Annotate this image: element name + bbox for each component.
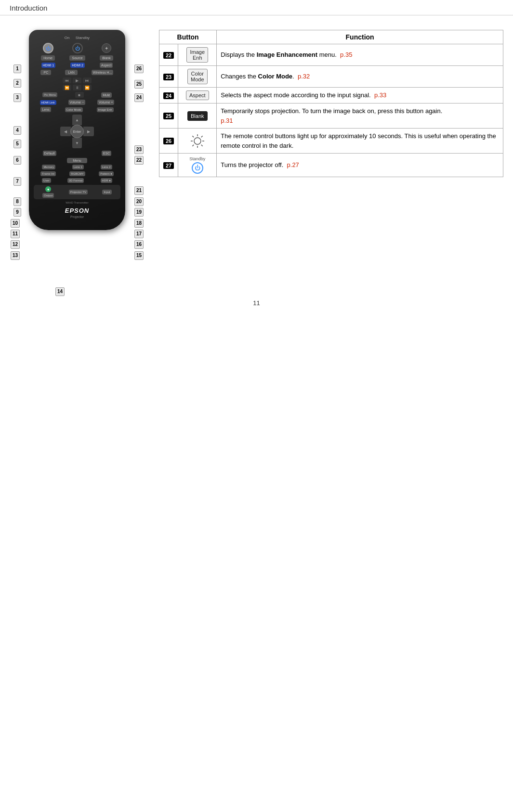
ffwd-btn[interactable]: ⏭ xyxy=(83,77,92,83)
pattern-button[interactable]: Pattern ● xyxy=(99,171,114,176)
rew-btn[interactable]: ⏪ xyxy=(63,85,71,90)
link-23[interactable]: p.32 xyxy=(298,73,310,80)
dpad: ▲ ▼ ◀ ▶ Enter xyxy=(60,115,94,148)
hdmi1-button[interactable]: HDMI 1 xyxy=(41,63,56,68)
output-button[interactable]: Output xyxy=(42,193,54,198)
blank-button[interactable]: Blank xyxy=(100,55,113,61)
badge-1: 1 xyxy=(13,64,21,73)
desc-22: Displays the Image Enhancement menu. p.3… xyxy=(217,44,503,66)
wireless-button[interactable]: Wireless H... xyxy=(92,70,114,75)
aspect-button[interactable]: Aspect xyxy=(100,63,113,68)
badge-22: 22 xyxy=(134,156,144,165)
memory-row: Memory Lens 1 Lens 2 xyxy=(34,165,120,169)
table-row: 25 Blank Temporarily stops projection. T… xyxy=(159,103,503,129)
light-svg xyxy=(190,134,205,148)
lens2-button[interactable]: Lens 2 xyxy=(101,165,112,169)
3dformat-button[interactable]: 3D Format xyxy=(67,178,84,183)
col-function: Function xyxy=(217,30,503,44)
badge-23: 23 xyxy=(134,145,144,154)
badge-19: 19 xyxy=(134,208,144,217)
badge-14: 14 xyxy=(55,287,65,296)
hdmi-row: HDMI 1 HDMI 2 Aspect xyxy=(34,63,120,68)
light-button[interactable]: ✦ xyxy=(102,43,111,53)
row-num-27: 27 xyxy=(159,154,178,177)
dpad-left[interactable]: ◀ xyxy=(60,127,71,136)
colormode-button[interactable]: Color Mode xyxy=(65,107,83,112)
table-row: 24 Aspect Selects the aspect mode accord… xyxy=(159,88,503,103)
row-num-26: 26 xyxy=(159,129,178,154)
enter-button[interactable]: Enter xyxy=(70,125,84,138)
menu-button[interactable]: Menu xyxy=(67,158,87,163)
page-title: Introduction xyxy=(10,4,47,12)
picmenu-button[interactable]: Pic Menu xyxy=(42,92,57,97)
svg-line-8 xyxy=(192,144,194,146)
transport-row: ⏮ ▶ ⏭ xyxy=(34,77,120,83)
standby-button[interactable]: ⏻ xyxy=(72,43,83,53)
badge-25: 25 xyxy=(134,80,144,89)
light-icon xyxy=(182,134,212,148)
frameint-button[interactable]: Frame Int xyxy=(40,171,56,176)
pc-row: PC LAN Wireless H... xyxy=(34,70,120,75)
dpad-right[interactable]: ▶ xyxy=(83,127,94,136)
btn-cell-24: Aspect xyxy=(178,88,217,103)
home-row: Home Source Blank xyxy=(34,55,120,61)
hdmilink-button[interactable]: HDMI Link xyxy=(40,100,56,105)
pause-btn[interactable]: ⏸ xyxy=(73,85,81,90)
source-button[interactable]: Source xyxy=(69,55,85,61)
function-table: Button Function 22 ImageEnh Displays the… xyxy=(159,30,503,177)
user-row: User 3D Format HDR ● xyxy=(34,178,120,183)
btn-cell-27: Standby ⏻ xyxy=(178,154,217,177)
svg-point-0 xyxy=(194,138,201,144)
btn-cell-25: Blank xyxy=(178,103,217,129)
lens1-button[interactable]: Lens 1 xyxy=(72,165,84,169)
hdr-button[interactable]: HDR ● xyxy=(101,178,112,183)
default-button[interactable]: Default xyxy=(43,151,56,156)
btn-cell-26 xyxy=(178,129,217,154)
desc-23: Changes the Color Mode. p.32 xyxy=(217,66,503,88)
badge-15: 15 xyxy=(134,251,144,260)
input-button[interactable]: Input xyxy=(102,190,111,194)
link-24[interactable]: p.33 xyxy=(374,91,386,99)
lens-row: Lens Color Mode Image Enh xyxy=(34,107,120,112)
rgbcmy-button[interactable]: RGBCMY xyxy=(69,171,85,176)
vol-down-button[interactable]: Volume − xyxy=(68,100,85,105)
on-button[interactable]: ⏻ xyxy=(43,43,53,53)
link-22[interactable]: p.35 xyxy=(340,51,352,58)
lan-button[interactable]: LAN xyxy=(65,70,78,75)
esc-button[interactable]: ESC xyxy=(102,151,111,156)
memory-button[interactable]: Memory xyxy=(42,165,55,169)
vol-up-button[interactable]: Volume + xyxy=(97,100,114,105)
badge-9: 9 xyxy=(13,208,21,217)
lens-button[interactable]: Lens xyxy=(40,107,51,112)
mute-button[interactable]: Mute xyxy=(101,92,112,98)
remote-body: On Standby ⏻ ⏻ ✦ Home Source Blank xyxy=(29,30,125,230)
home-button[interactable]: Home xyxy=(41,55,55,61)
standby-power-icon: ⏻ xyxy=(192,162,203,174)
pc-button[interactable]: PC xyxy=(40,70,51,75)
fwd-btn[interactable]: ⏩ xyxy=(83,85,92,90)
row-num-23: 23 xyxy=(159,66,178,88)
imageenh-button[interactable]: Image Enh xyxy=(97,107,114,112)
user-button[interactable]: User xyxy=(42,178,51,183)
col-button: Button xyxy=(159,30,217,44)
dpad-up[interactable]: ▲ xyxy=(72,115,82,125)
page-number: 11 xyxy=(0,299,513,316)
play-btn[interactable]: ▶ xyxy=(73,77,81,83)
page-header: Introduction xyxy=(0,0,513,15)
badge-12: 12 xyxy=(11,240,20,249)
desc-25: Temporarily stops projection. To turn th… xyxy=(217,103,503,129)
row-num-25: 25 xyxy=(159,103,178,129)
link-25[interactable]: p.31 xyxy=(221,117,233,124)
badge-20: 20 xyxy=(134,197,144,206)
dpad-down[interactable]: ▼ xyxy=(72,138,82,148)
link-27[interactable]: p.27 xyxy=(287,161,299,168)
badge-21: 21 xyxy=(134,186,144,195)
table-container: Button Function 22 ImageEnh Displays the… xyxy=(159,30,503,177)
hdmi2-button[interactable]: HDMI 2 xyxy=(70,63,85,68)
svg-line-5 xyxy=(192,136,194,137)
projector-tv-button[interactable]: Projector TV xyxy=(69,190,88,194)
remote-wrapper: 1 2 3 4 5 6 7 8 9 10 11 12 13 14 15 16 1… xyxy=(10,30,145,230)
stop-btn[interactable]: ■ xyxy=(75,92,84,98)
prev-btn[interactable]: ⏮ xyxy=(63,77,71,83)
badge-16: 16 xyxy=(134,240,144,249)
